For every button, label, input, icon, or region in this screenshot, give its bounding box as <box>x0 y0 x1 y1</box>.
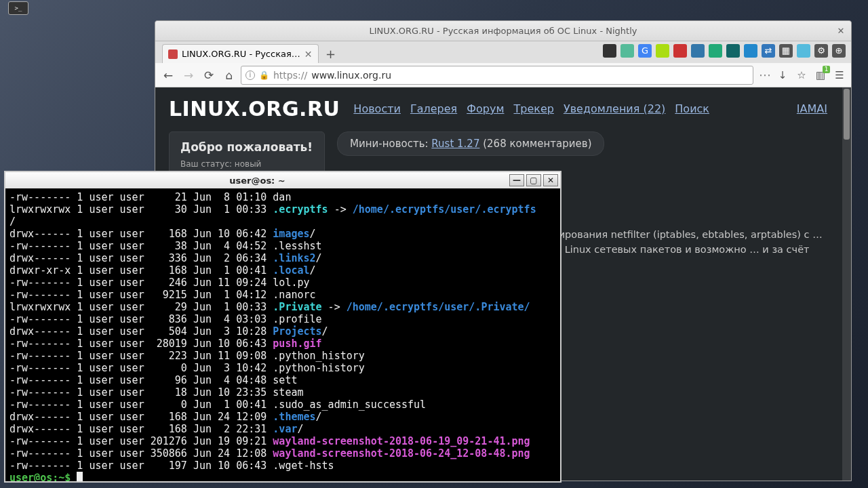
terminal-minimize-button[interactable]: — <box>509 174 524 186</box>
new-tab-button[interactable]: + <box>323 47 339 63</box>
terminal-titlebar[interactable]: user@os: ~ — ▢ ✕ <box>5 172 560 188</box>
extension-icon[interactable] <box>603 44 616 58</box>
extension-icon[interactable] <box>691 44 705 58</box>
nav-reload-button[interactable]: ⟳ <box>200 66 218 84</box>
terminal-body[interactable]: -rw------- 1 user user 21 Jun 8 01:10 da… <box>5 188 560 481</box>
desktop-terminal-launcher[interactable] <box>8 1 28 15</box>
site-info-icon[interactable]: i <box>245 70 255 80</box>
browser-close-button[interactable]: ✕ <box>835 25 847 37</box>
tab-favicon <box>168 49 178 59</box>
tab-label: LINUX.ORG.RU - Русская… <box>182 49 300 59</box>
extension-icon[interactable] <box>709 44 722 58</box>
menu-button[interactable]: ☰ <box>832 68 847 83</box>
bookmark-star-button[interactable]: ☆ <box>794 68 809 83</box>
extension-icon[interactable] <box>620 44 634 58</box>
reader-button[interactable]: ↓ <box>775 68 790 83</box>
page-scrollbar[interactable] <box>842 87 851 481</box>
library-button[interactable]: ▥ <box>813 68 828 83</box>
menu-item[interactable]: Трекер <box>513 102 553 115</box>
extension-icon[interactable]: ⇄ <box>762 44 775 58</box>
scrollbar-thumb[interactable] <box>844 89 850 140</box>
extension-icon[interactable] <box>744 44 757 58</box>
extension-icon[interactable]: ▦ <box>779 44 793 58</box>
extension-icon[interactable] <box>673 44 687 58</box>
url-bar[interactable]: i 🔒 https://www.linux.org.ru <box>241 66 753 85</box>
menu-item[interactable]: Новости <box>353 102 401 115</box>
terminal-title-text: user@os: ~ <box>5 176 509 186</box>
terminal-maximize-button[interactable]: ▢ <box>526 174 541 186</box>
tab-close-button[interactable]: ✕ <box>304 49 313 60</box>
nav-forward-button[interactable]: → <box>180 66 197 84</box>
site-logo[interactable]: LINUX.ORG.RU <box>169 97 340 121</box>
extension-icon[interactable]: ⊕ <box>832 44 846 58</box>
url-host: www.linux.org.ru <box>311 70 391 81</box>
mini-tail: (268 комментариев) <box>479 138 591 150</box>
mini-link[interactable]: Rust 1.27 <box>431 138 479 150</box>
terminal-close-button[interactable]: ✕ <box>543 174 558 186</box>
menu-item[interactable]: Уведомления (22) <box>564 102 665 115</box>
nav-home-button[interactable]: ⌂ <box>220 66 238 84</box>
menu-item[interactable]: Форум <box>467 102 504 115</box>
extension-icon[interactable] <box>726 44 740 58</box>
user-link[interactable]: IAMAI <box>797 102 827 115</box>
browser-title-text: LINUX.ORG.RU - Русская информация об ОС … <box>370 26 637 36</box>
extension-icon[interactable] <box>656 44 669 58</box>
mini-label: Мини-новость: <box>350 138 431 150</box>
page-actions[interactable]: ⋯ <box>759 68 771 82</box>
extension-icon[interactable]: ⚙ <box>814 44 828 58</box>
extension-icon[interactable]: G <box>638 44 652 58</box>
mini-news-box: Мини-новость: Rust 1.27 (268 комментарие… <box>337 131 604 156</box>
menu-item[interactable]: Поиск <box>675 102 709 115</box>
menu-item[interactable]: Галерея <box>410 102 457 115</box>
nav-back-button[interactable]: ← <box>159 66 177 84</box>
url-protocol: https:// <box>273 70 307 81</box>
lock-icon: 🔒 <box>259 70 269 80</box>
site-menu: НовостиГалереяФорумТрекерУведомления (22… <box>353 102 709 115</box>
browser-toolbar: ← → ⟳ ⌂ i 🔒 https://www.linux.org.ru ⋯ ↓… <box>155 63 851 87</box>
terminal-window: user@os: ~ — ▢ ✕ -rw------- 1 user user … <box>4 171 561 483</box>
extension-icons: G⇄▦⚙⊕ <box>603 44 846 58</box>
extension-icon[interactable] <box>797 44 810 58</box>
welcome-title: Добро пожаловать! <box>180 140 313 154</box>
browser-tabbar: LINUX.ORG.RU - Русская… ✕ + G⇄▦⚙⊕ <box>155 41 851 63</box>
browser-titlebar[interactable]: LINUX.ORG.RU - Русская информация об ОС … <box>155 21 851 41</box>
browser-tab[interactable]: LINUX.ORG.RU - Русская… ✕ <box>162 44 319 63</box>
